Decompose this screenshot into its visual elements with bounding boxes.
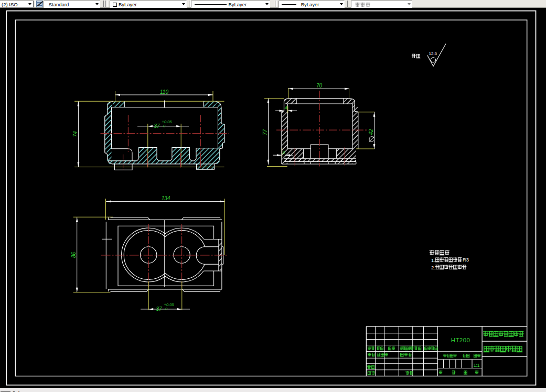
svg-text:42: 42 — [368, 129, 374, 135]
svg-text:86: 86 — [71, 252, 77, 258]
svg-text:4: 4 — [284, 105, 287, 111]
svg-text:74: 74 — [72, 131, 78, 137]
svg-text:134: 134 — [162, 195, 170, 201]
svg-text:1:1: 1:1 — [474, 363, 480, 368]
svg-text:12.5: 12.5 — [429, 51, 437, 56]
svg-text:37: 37 — [154, 123, 160, 129]
svg-text:R3: R3 — [463, 257, 469, 263]
svg-text:2.: 2. — [431, 265, 435, 270]
svg-text:1.: 1. — [431, 257, 435, 263]
svg-text:77: 77 — [262, 129, 268, 136]
svg-text:110: 110 — [160, 89, 168, 95]
svg-text:37: 37 — [156, 306, 162, 312]
svg-text:70: 70 — [316, 83, 323, 89]
svg-text:HT200: HT200 — [451, 337, 470, 343]
svg-text:3: 3 — [282, 150, 285, 155]
